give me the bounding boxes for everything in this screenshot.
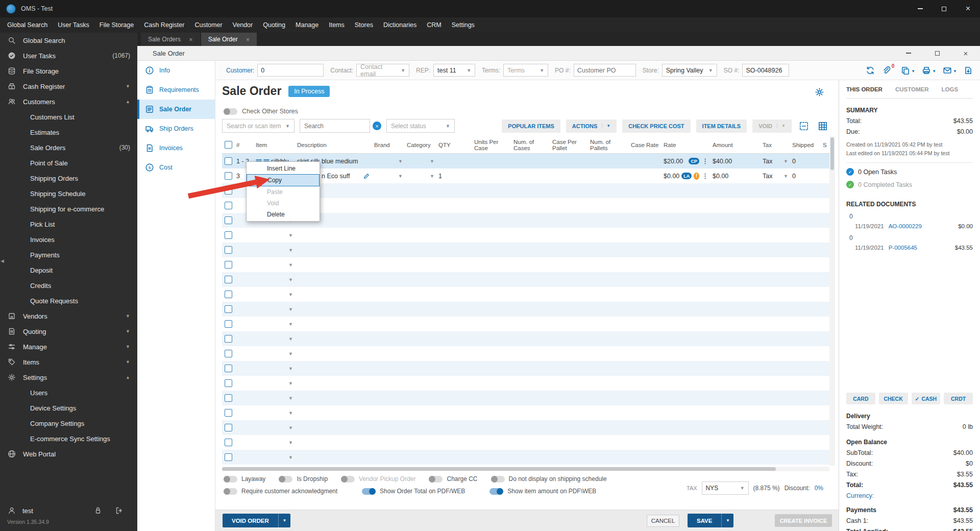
sidebar-item-cash-register[interactable]: $Cash Register▼ [0, 79, 137, 94]
table-row[interactable]: ▼ [222, 361, 829, 376]
clear-search-icon[interactable]: × [373, 122, 381, 130]
table-row[interactable]: ▼ [222, 376, 829, 391]
nav-item-info[interactable]: Info [137, 61, 215, 80]
charge-cc-toggle[interactable] [429, 476, 443, 482]
open-tasks-label[interactable]: 0 Open Tasks [858, 168, 897, 176]
row-checkbox[interactable] [225, 439, 232, 446]
table-row[interactable]: ▼ [222, 450, 829, 465]
sidebar-item-quote-requests[interactable]: Quote Requests [0, 293, 137, 308]
logout-icon[interactable] [114, 506, 124, 515]
menu-cash-register[interactable]: Cash Register [139, 21, 189, 29]
item-dropdown-chevron-icon[interactable]: ▼ [288, 351, 293, 356]
select-all-checkbox[interactable] [225, 141, 232, 149]
search-input[interactable] [300, 119, 370, 133]
void-order-dropdown-icon[interactable]: ▼ [278, 514, 290, 527]
sidebar-item-manage[interactable]: Manage▼ [0, 339, 137, 354]
table-row[interactable]: ▼ [222, 272, 829, 287]
related-doc-link[interactable]: P-0005645 [889, 245, 917, 251]
sidebar-item-payments[interactable]: Payments [0, 247, 137, 262]
table-row[interactable]: ▼ [222, 420, 829, 435]
sidebar-item-items[interactable]: Items▼ [0, 354, 137, 370]
inner-minimize-button[interactable] [894, 46, 923, 60]
category-dropdown-chevron-icon[interactable]: ▼ [430, 159, 434, 164]
no-shipping-schedule-toggle[interactable] [491, 476, 505, 482]
item-dropdown-chevron-icon[interactable]: ▼ [288, 425, 293, 430]
item-dropdown-chevron-icon[interactable]: ▼ [288, 277, 293, 282]
sidebar-item-invoices[interactable]: Invoices [0, 232, 137, 247]
cash-button[interactable]: ✓CASH [912, 393, 941, 404]
check-price-cost-button[interactable]: CHECK PRICE COST [622, 119, 690, 133]
sidebar-item-shipping-orders[interactable]: Shipping Orders [0, 171, 137, 186]
nav-item-sale-order[interactable]: Sale Order [137, 100, 215, 119]
item-dropdown-chevron-icon[interactable]: ▼ [288, 336, 293, 342]
item-dropdown-chevron-icon[interactable]: ▼ [288, 262, 293, 268]
sidebar-item-company-settings[interactable]: Company Settings [0, 416, 137, 431]
table-row[interactable]: ▼ [222, 257, 829, 272]
row-checkbox[interactable] [225, 394, 232, 402]
sidebar-item-shipping-ecommerce[interactable]: Shipping for e-commerce [0, 201, 137, 216]
row-checkbox[interactable] [225, 172, 232, 180]
nav-item-ship-orders[interactable]: Ship Orders [137, 119, 215, 138]
edit-description-pencil-icon[interactable] [363, 173, 370, 180]
table-row[interactable]: ▼ [222, 405, 829, 420]
item-dropdown-chevron-icon[interactable]: ▼ [288, 381, 293, 386]
menu-crm[interactable]: CRM [422, 21, 446, 29]
table-row[interactable]: ▼ [222, 391, 829, 405]
order-settings-gear-icon[interactable] [815, 87, 824, 97]
table-row[interactable]: ▼ [222, 228, 829, 243]
table-row[interactable]: ▼ [222, 302, 829, 317]
actions-button[interactable]: ACTIONS▼ [566, 119, 617, 133]
related-doc-link[interactable]: AO-0000229 [889, 223, 922, 229]
popular-items-button[interactable]: POPULAR ITEMS [502, 119, 560, 133]
brand-dropdown-chevron-icon[interactable]: ▼ [398, 159, 403, 164]
row-checkbox[interactable] [225, 320, 232, 328]
create-invoice-button[interactable]: CREATE INVOICE [775, 514, 832, 527]
check-other-stores-toggle[interactable] [224, 108, 237, 115]
menu-dictionaries[interactable]: Dictionaries [378, 21, 422, 29]
discount-value[interactable]: 0% [815, 485, 823, 492]
sidebar-item-web-portal[interactable]: Web Portal [0, 446, 137, 462]
save-dropdown-icon[interactable]: ▼ [721, 514, 733, 527]
sidebar-item-deposit[interactable]: Deposit [0, 262, 137, 278]
category-dropdown-chevron-icon[interactable]: ▼ [430, 174, 434, 179]
row-checkbox[interactable] [225, 246, 232, 254]
row-checkbox[interactable] [225, 453, 232, 461]
context-menu-void[interactable]: Void [247, 198, 320, 209]
nav-item-invoices[interactable]: Invoices [137, 138, 215, 158]
card-button[interactable]: CARD [846, 393, 875, 404]
void-order-button[interactable]: VOID ORDER▼ [223, 514, 290, 527]
item-dropdown-chevron-icon[interactable]: ▼ [288, 307, 293, 312]
menu-manage[interactable]: Manage [290, 21, 324, 29]
brand-dropdown-chevron-icon[interactable]: ▼ [398, 174, 403, 179]
table-horizontal-scrollbar[interactable] [222, 467, 829, 471]
cancel-button[interactable]: CANCEL [647, 515, 679, 527]
menu-items[interactable]: Items [324, 21, 350, 29]
so-number-input[interactable] [742, 64, 789, 77]
tab-sale-orders[interactable]: Sale Orders× [141, 33, 200, 46]
table-row[interactable]: ▼ [222, 243, 829, 257]
sidebar-item-quoting[interactable]: Quoting▼ [0, 324, 137, 339]
table-row[interactable]: ▼ [222, 346, 829, 361]
currency-link[interactable]: Currency: [846, 492, 874, 499]
row-menu-dots-icon[interactable]: ⋮ [702, 172, 708, 180]
sidebar-item-global-search[interactable]: Global Search [0, 33, 137, 48]
scan-mode-icon[interactable] [797, 119, 811, 133]
show-item-amount-toggle[interactable] [489, 488, 503, 495]
search-scan-select[interactable]: Search or scan item▼ [222, 119, 295, 133]
sidebar-item-point-of-sale[interactable]: Point of Sale [0, 155, 137, 171]
export-icon[interactable] [964, 66, 973, 75]
menu-file-storage[interactable]: File Storage [94, 21, 139, 29]
context-menu-paste[interactable]: Paste [247, 186, 320, 198]
context-menu-copy[interactable]: Copy [247, 174, 320, 186]
void-dropdown-icon[interactable]: ▼ [777, 124, 786, 128]
sidebar-item-ecommerce-sync-settings[interactable]: E-commerce Sync Settings [0, 431, 137, 446]
row-checkbox[interactable] [225, 261, 232, 269]
actions-dropdown-icon[interactable]: ▼ [602, 124, 610, 128]
row-checkbox[interactable] [225, 350, 232, 357]
item-dropdown-chevron-icon[interactable]: ▼ [288, 440, 293, 445]
store-select[interactable]: Spring Valley▼ [662, 64, 717, 77]
context-menu-delete[interactable]: Delete [247, 209, 320, 220]
void-button[interactable]: VOID▼ [752, 119, 792, 133]
item-dropdown-chevron-icon[interactable]: ▼ [288, 396, 293, 401]
tab-sale-order[interactable]: Sale Order× [201, 33, 257, 46]
